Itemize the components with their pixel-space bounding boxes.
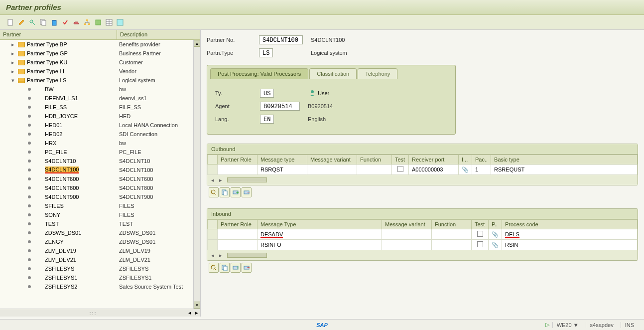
hscroll-grip[interactable]: ::: bbox=[89, 310, 97, 316]
outbound-col-pac[interactable]: Pac.. bbox=[472, 155, 491, 165]
tree-item-row[interactable]: ZSFILESYS2 Sales Source System Test bbox=[0, 282, 193, 291]
expander-icon[interactable]: ▸ bbox=[10, 68, 16, 75]
tree-item-row[interactable]: HRX bw bbox=[0, 139, 193, 148]
add-row-icon[interactable]: + bbox=[231, 263, 241, 273]
inbound-scroll[interactable]: ◂ ▸ bbox=[207, 250, 638, 260]
tree-item-row[interactable]: S4DCLNT600 S4DCLNT600 bbox=[0, 174, 193, 183]
cell-function[interactable] bbox=[357, 165, 392, 175]
status-tcode[interactable]: WE20 ▼ bbox=[552, 322, 583, 328]
row-selector[interactable] bbox=[208, 229, 218, 240]
cell-role[interactable] bbox=[218, 229, 258, 240]
inbound-col-proc[interactable]: Process code bbox=[502, 220, 638, 229]
scroll-left-icon[interactable]: ◂ bbox=[211, 252, 217, 258]
cell-role[interactable] bbox=[218, 165, 258, 175]
scroll-up-icon[interactable]: ▲ bbox=[194, 40, 200, 47]
copy-row-icon[interactable] bbox=[220, 187, 230, 197]
hscroll-left-icon[interactable]: ◂ bbox=[186, 310, 193, 317]
lang-input[interactable]: EN bbox=[260, 115, 274, 124]
scroll-right-icon[interactable]: ▸ bbox=[219, 252, 225, 258]
tree-item-row[interactable]: PC_FILE PC_FILE bbox=[0, 148, 193, 157]
inbound-col-variant[interactable]: Message variant bbox=[382, 220, 432, 229]
inbound-col-test[interactable]: Test bbox=[472, 220, 489, 229]
attach-icon[interactable]: 📎 bbox=[459, 165, 472, 175]
outbound-col-port[interactable]: Receiver port bbox=[409, 155, 459, 165]
table-row[interactable]: RSRQST A000000003 📎 1 RSREQUST bbox=[208, 165, 638, 175]
copy-row-icon[interactable] bbox=[220, 263, 230, 273]
expander-icon[interactable]: ▾ bbox=[10, 77, 16, 84]
outbound-col-i[interactable]: I... bbox=[459, 155, 472, 165]
outbound-col-msgtype[interactable]: Message type bbox=[258, 155, 307, 165]
tree-item-row[interactable]: S4DCLNT10 S4DCLNT10 bbox=[0, 157, 193, 165]
cell-proc[interactable]: DELS bbox=[502, 229, 638, 240]
play-icon[interactable]: ▷ bbox=[545, 322, 549, 328]
tab-classification[interactable]: Classification bbox=[309, 68, 357, 79]
tree-item-row[interactable]: ZLM_DEV19 ZLM_DEV19 bbox=[0, 246, 193, 255]
spreadsheet-icon[interactable] bbox=[105, 18, 114, 27]
scroll-left-icon[interactable]: ◂ bbox=[211, 177, 217, 183]
delete-icon[interactable] bbox=[50, 18, 59, 27]
tree-type-row[interactable]: ▸ Partner Type BP Benefits provider bbox=[0, 40, 193, 49]
cell-test[interactable] bbox=[472, 240, 489, 250]
tree-item-row[interactable]: HDB_JOYCE HED bbox=[0, 112, 193, 121]
row-selector[interactable] bbox=[208, 165, 218, 175]
cell-msgtype[interactable]: RSINFO bbox=[258, 240, 382, 250]
cell-function[interactable] bbox=[432, 240, 472, 250]
transport-icon[interactable] bbox=[72, 18, 81, 27]
inbound-col-msgtype[interactable]: Message Type bbox=[258, 220, 382, 229]
tree-hscroll[interactable]: ::: ◂ ▸ bbox=[0, 309, 200, 317]
check-icon[interactable] bbox=[61, 18, 70, 27]
cell-variant[interactable] bbox=[382, 229, 432, 240]
expander-icon[interactable]: ▸ bbox=[10, 59, 16, 66]
tab-post-processing[interactable]: Post Processing: Valid Processors bbox=[210, 68, 308, 79]
checkbox[interactable] bbox=[477, 231, 483, 237]
outbound-col-role[interactable]: Partner Role bbox=[218, 155, 258, 165]
tree-item-row[interactable]: ZLM_DEV21 ZLM_DEV21 bbox=[0, 255, 193, 264]
outbound-col-basic[interactable]: Basic type bbox=[491, 155, 638, 165]
tree-item-row[interactable]: S4DCLNT900 S4DCLNT900 bbox=[0, 192, 193, 201]
inbound-col-role[interactable]: Partner Role bbox=[218, 220, 258, 229]
display-icon[interactable] bbox=[28, 18, 37, 27]
table-row[interactable]: RSINFO 📎 RSIN bbox=[208, 240, 638, 250]
tree-col-partner[interactable]: Partner bbox=[0, 30, 117, 39]
layout-icon[interactable] bbox=[116, 18, 125, 27]
tree-type-row[interactable]: ▸ Partner Type GP Business Partner bbox=[0, 49, 193, 58]
tree-body[interactable]: ▸ Partner Type BP Benefits provider ▸ Pa… bbox=[0, 40, 193, 309]
cell-test[interactable] bbox=[392, 165, 409, 175]
edit-icon[interactable] bbox=[17, 18, 26, 27]
cell-function[interactable] bbox=[432, 229, 472, 240]
add-row-icon[interactable]: + bbox=[231, 187, 241, 197]
checkbox[interactable] bbox=[477, 241, 483, 247]
cell-port[interactable]: A000000003 bbox=[409, 165, 459, 175]
inbound-col-function[interactable]: Function bbox=[432, 220, 472, 229]
tree-item-row[interactable]: SONY FILES bbox=[0, 210, 193, 219]
outbound-col-variant[interactable]: Message variant bbox=[307, 155, 357, 165]
tree-item-row[interactable]: SFILES FILES bbox=[0, 201, 193, 210]
outbound-col-test[interactable]: Test bbox=[392, 155, 409, 165]
cell-basic[interactable]: RSREQUST bbox=[491, 165, 638, 175]
status-system[interactable]: s4sapdev bbox=[586, 322, 618, 328]
cell-msgtype[interactable]: DESADV bbox=[258, 229, 382, 240]
tree-item-row[interactable]: S4DCLNT800 S4DCLNT800 bbox=[0, 183, 193, 192]
remove-row-icon[interactable]: − bbox=[242, 263, 252, 273]
cell-role[interactable] bbox=[218, 240, 258, 250]
export-icon[interactable] bbox=[94, 18, 103, 27]
tree-type-row[interactable]: ▸ Partner Type LI Vendor bbox=[0, 67, 193, 76]
attach-icon[interactable]: 📎 bbox=[489, 240, 502, 250]
agent-input[interactable]: B0920514 bbox=[260, 102, 300, 111]
copy-icon[interactable] bbox=[39, 18, 48, 27]
tree-item-row[interactable]: ZSFILESYS ZSFILESYS bbox=[0, 264, 193, 273]
tree-item-row[interactable]: DEENVI_LS1 deenvi_ss1 bbox=[0, 94, 193, 103]
tree-item-row[interactable]: HED01 Local HANA Connection bbox=[0, 121, 193, 130]
status-mode[interactable]: INS bbox=[621, 322, 638, 328]
expander-icon[interactable]: ▸ bbox=[10, 50, 16, 57]
tree-item-row[interactable]: ZSFILESYS1 ZSFILESYS1 bbox=[0, 273, 193, 282]
cell-test[interactable] bbox=[472, 229, 489, 240]
row-selector[interactable] bbox=[208, 240, 218, 250]
tree-type-row[interactable]: ▾ Partner Type LS Logical system bbox=[0, 76, 193, 85]
scroll-right-icon[interactable]: ▸ bbox=[219, 177, 225, 183]
scroll-track[interactable] bbox=[227, 177, 267, 182]
tree-item-row[interactable]: TEST TEST bbox=[0, 219, 193, 228]
new-icon[interactable] bbox=[6, 18, 15, 27]
inbound-col-p[interactable]: P.. bbox=[489, 220, 502, 229]
tree-item-row[interactable]: BW bw bbox=[0, 85, 193, 94]
